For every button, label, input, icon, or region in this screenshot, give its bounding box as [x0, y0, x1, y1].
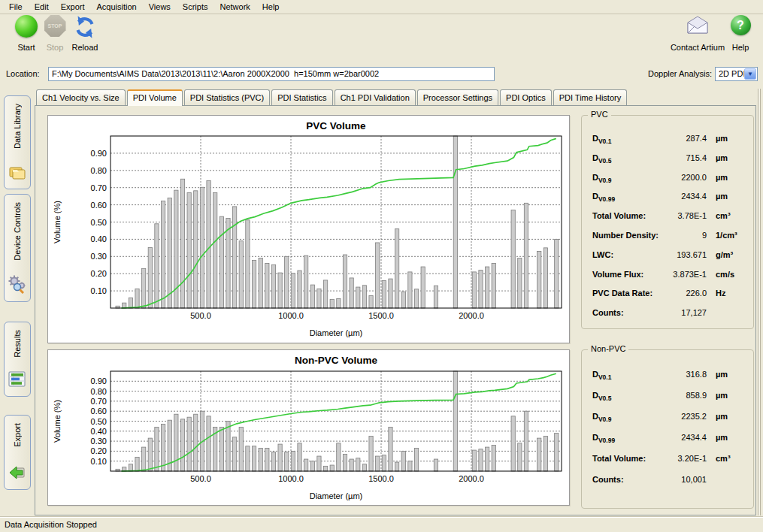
chevron-down-icon[interactable]: ▼ — [744, 68, 756, 80]
stat-unit: µm — [707, 391, 746, 400]
stat-row: DV0.992434.4µm — [582, 433, 753, 454]
stat-label: DV0.5 — [592, 153, 660, 165]
tab-pdi-statistics[interactable]: PDI Statistics — [271, 89, 332, 105]
menu-bar: FileEditExportAcquisitionViewsScriptsNet… — [0, 0, 763, 14]
svg-text:0.10: 0.10 — [91, 286, 107, 295]
stat-value: 3.873E-1 — [660, 270, 707, 279]
stat-label: Total Volume: — [592, 211, 660, 220]
menu-item-export[interactable]: Export — [55, 1, 91, 13]
stat-row: DV0.992434.4µm — [582, 192, 753, 211]
svg-text:0.50: 0.50 — [91, 417, 107, 426]
stat-label: DV0.5 — [592, 391, 660, 402]
stat-label: DV0.99 — [592, 433, 660, 444]
stat-row: Volume Flux:3.873E-1cm/s — [582, 270, 753, 289]
stat-label: Counts: — [592, 475, 660, 484]
location-row: Location: F:\My Documents\AIMS Data\2013… — [0, 65, 763, 86]
stat-label: LWC: — [592, 250, 660, 259]
tab-pdi-volume[interactable]: PDI Volume — [127, 89, 183, 106]
doppler-analysis-select[interactable]: 2D PDI ▼ — [715, 67, 758, 81]
stat-value: 3.78E-1 — [660, 211, 707, 220]
stat-unit: µm — [707, 173, 746, 182]
stat-unit: µm — [707, 192, 746, 201]
sidebar-item-label: Export — [13, 423, 22, 447]
menu-item-edit[interactable]: Edit — [29, 1, 55, 13]
stat-value: 2200.0 — [660, 173, 707, 182]
sidebar-item-data-library[interactable]: Data Library — [4, 95, 31, 189]
svg-text:0.30: 0.30 — [91, 252, 107, 261]
svg-text:0.20: 0.20 — [91, 269, 107, 278]
pvc-stats-title: PVC — [588, 110, 611, 119]
svg-text:0.90: 0.90 — [91, 376, 107, 385]
stat-value: 2434.4 — [660, 433, 707, 442]
stat-label: DV0.9 — [592, 412, 660, 423]
sidebar-item-label: Data Library — [13, 104, 22, 149]
folder-icon — [8, 163, 27, 183]
stat-row: DV0.5858.9µm — [582, 391, 753, 412]
stat-value: 3.20E-1 — [660, 454, 707, 463]
svg-text:0.10: 0.10 — [91, 457, 107, 466]
non-pvc-stats-rows: DV0.1316.8µmDV0.5858.9µmDV0.92235.2µmDV0… — [582, 370, 753, 496]
stat-label: DV0.1 — [592, 370, 660, 381]
stat-unit: µm — [707, 370, 746, 379]
svg-text:2000.0: 2000.0 — [459, 311, 484, 320]
gears-icon — [8, 274, 27, 295]
svg-text:Volume (%): Volume (%) — [53, 400, 62, 443]
stat-value: 287.4 — [660, 134, 707, 143]
sidebar-item-device-controls[interactable]: Device Controls — [4, 194, 31, 302]
svg-text:0.60: 0.60 — [91, 201, 107, 210]
splitter-handle[interactable] — [758, 89, 761, 515]
menu-item-help[interactable]: Help — [256, 1, 286, 13]
menu-item-views[interactable]: Views — [143, 1, 177, 13]
svg-text:0.70: 0.70 — [91, 397, 107, 406]
sidebar-item-label: Results — [13, 330, 22, 358]
non-pvc-volume-chart-canvas: 0.100.200.300.400.500.600.700.800.90500.… — [48, 350, 569, 505]
svg-text:1000.0: 1000.0 — [278, 474, 304, 483]
stat-value: 316.8 — [660, 370, 707, 379]
non-pvc-stats-groupbox: Non-PVC DV0.1316.8µmDV0.5858.9µmDV0.9223… — [581, 349, 754, 509]
tab-ch1-velocity-vs-size[interactable]: Ch1 Velocity vs. Size — [36, 89, 126, 105]
sidebar-item-results[interactable]: Results — [4, 322, 31, 397]
pvc-stats-groupbox: PVC DV0.1287.4µmDV0.5715.4µmDV0.92200.0µ… — [581, 115, 754, 329]
toolbar: Start STOP Stop Reload Contact Artium ? — [0, 15, 763, 63]
status-text: Data Acquisition Stopped — [5, 520, 97, 529]
stat-label: Number Density: — [592, 231, 660, 240]
stat-row: LWC:193.671g/m³ — [582, 250, 753, 270]
menu-item-network[interactable]: Network — [213, 1, 256, 13]
stat-value: 2235.2 — [660, 412, 707, 421]
stat-value: 715.4 — [660, 153, 707, 162]
stat-row: Total Volume:3.78E-1cm³ — [582, 211, 753, 231]
tab-pdi-time-history[interactable]: PDI Time History — [553, 89, 628, 105]
tab-pdi-optics[interactable]: PDI Optics — [500, 89, 552, 105]
stat-unit: cm/s — [707, 270, 746, 279]
reload-button[interactable]: Reload — [65, 15, 105, 52]
stat-label: Counts: — [592, 308, 660, 317]
stat-unit: 1/cm³ — [707, 231, 746, 240]
stat-row: DV0.5715.4µm — [582, 153, 753, 173]
stat-unit: µm — [707, 134, 746, 143]
location-input[interactable]: F:\My Documents\AIMS Data\2013\2013\11\2… — [48, 67, 495, 81]
tab-pdi-statistics-pvc-[interactable]: PDI Statistics (PVC) — [184, 89, 270, 105]
svg-text:500.0: 500.0 — [190, 474, 211, 483]
menu-item-file[interactable]: File — [3, 1, 29, 13]
tab-processor-settings[interactable]: Processor Settings — [417, 89, 498, 105]
content-panel: 0.100.200.300.400.500.600.700.800.90500.… — [35, 105, 756, 515]
svg-text:Volume (%): Volume (%) — [53, 201, 62, 243]
stop-icon-text: STOP — [48, 23, 62, 29]
tab-strip: Ch1 Velocity vs. SizePDI VolumePDI Stati… — [36, 89, 628, 106]
tab-ch1-pdi-validation[interactable]: Ch1 PDI Validation — [335, 89, 416, 105]
stat-label: DV0.9 — [592, 173, 660, 184]
stat-label: Volume Flux: — [592, 270, 660, 279]
stat-value: 2434.4 — [660, 192, 707, 201]
menu-item-scripts[interactable]: Scripts — [177, 1, 214, 13]
contact-artium-button[interactable]: Contact Artium — [668, 15, 728, 52]
sidebar-item-export[interactable]: Export — [4, 415, 31, 490]
stat-label: PVC Data Rate: — [592, 289, 660, 298]
help-button[interactable]: ? Help — [724, 15, 757, 52]
chart-icon — [8, 370, 27, 390]
pvc-stats-rows: DV0.1287.4µmDV0.5715.4µmDV0.92200.0µmDV0… — [582, 134, 753, 328]
menu-item-acquisition[interactable]: Acquisition — [91, 1, 143, 13]
svg-text:1500.0: 1500.0 — [368, 474, 394, 483]
reload-button-label: Reload — [65, 43, 105, 52]
svg-text:0.40: 0.40 — [91, 234, 107, 243]
svg-text:1000.0: 1000.0 — [278, 311, 304, 320]
